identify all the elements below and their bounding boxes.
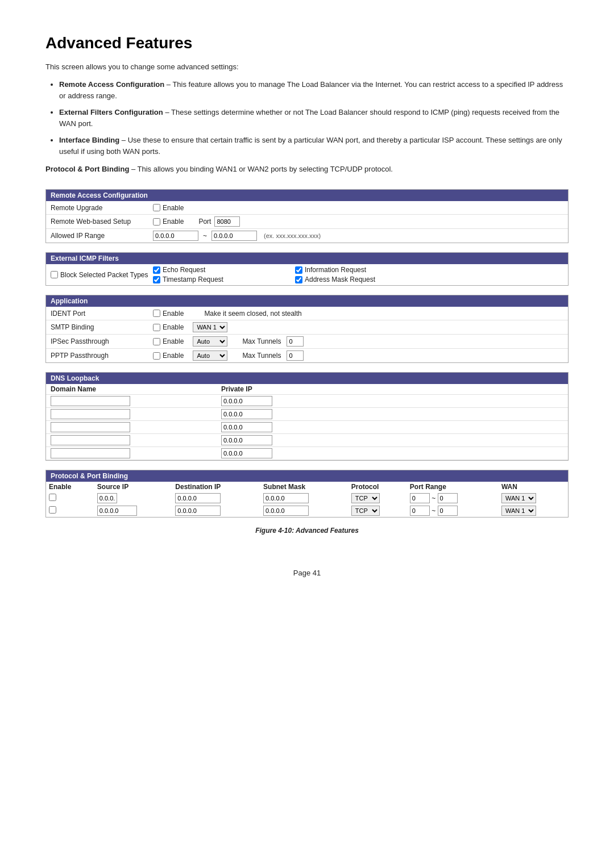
smtp-binding-select[interactable]: WAN 1 WAN 2 xyxy=(193,322,227,332)
col-dest-ip: Destination IP xyxy=(172,482,260,492)
dns-ip-1 xyxy=(221,396,563,406)
ipsec-max-tunnels-input[interactable] xyxy=(287,336,304,347)
binding-row-2-source-ip xyxy=(94,504,173,517)
pptp-enable-label: Enable xyxy=(163,352,184,360)
binding-row-1-protocol-select[interactable]: TCP UDP xyxy=(351,493,380,503)
dns-domain-4 xyxy=(51,435,221,445)
pptp-max-tunnels-label: Max Tunnels xyxy=(242,352,281,360)
dns-domain-input-3[interactable] xyxy=(51,422,130,432)
icmp-timestamp-checkbox[interactable] xyxy=(153,276,160,283)
feature-interface-binding-name: Interface Binding xyxy=(59,136,119,144)
page-title: Advanced Features xyxy=(45,34,569,52)
allowed-ip-label: Allowed IP Range xyxy=(51,232,153,240)
pptp-select[interactable]: Auto WAN 1 WAN 2 xyxy=(193,350,227,361)
port-input[interactable]: 8080 xyxy=(214,216,240,227)
ident-port-checkbox[interactable] xyxy=(153,310,160,317)
dns-domain-input-4[interactable] xyxy=(51,435,130,445)
icmp-panel: External ICMP Filters Block Selected Pac… xyxy=(45,252,569,286)
remote-web-setup-enable[interactable]: Enable xyxy=(153,218,184,226)
icmp-timestamp-request[interactable]: Timestamp Request xyxy=(153,276,278,283)
remote-web-setup-content: Enable Port 8080 xyxy=(153,216,563,227)
binding-row-2: TCP UDP ~ WAN 1 WAN 2 xyxy=(46,504,568,517)
icmp-info-checkbox[interactable] xyxy=(295,266,302,274)
binding-row-2-wan: WAN 1 WAN 2 xyxy=(499,504,568,517)
binding-row-1-source-ip-input[interactable] xyxy=(97,493,117,503)
binding-panel: Protocol & Port Binding Enable Source IP… xyxy=(45,470,569,518)
binding-row-2-wan-select[interactable]: WAN 1 WAN 2 xyxy=(501,506,536,516)
ipsec-enable[interactable]: Enable xyxy=(153,337,184,345)
binding-row-2-port-from[interactable] xyxy=(410,506,430,516)
binding-row-1-port-from[interactable] xyxy=(410,493,430,503)
dns-header: DNS Loopback xyxy=(46,373,568,384)
dns-ip-2 xyxy=(221,409,563,419)
remote-upgrade-checkbox[interactable] xyxy=(153,204,160,211)
binding-row-1-checkbox[interactable] xyxy=(49,494,56,501)
dns-row-5 xyxy=(46,447,568,460)
dns-ip-input-3[interactable] xyxy=(221,422,272,432)
binding-row-1-port-to[interactable] xyxy=(438,493,458,503)
pptp-checkbox[interactable] xyxy=(153,352,160,360)
smtp-binding-content: Enable WAN 1 WAN 2 xyxy=(153,322,563,332)
pptp-enable[interactable]: Enable xyxy=(153,352,184,360)
dns-row-1 xyxy=(46,395,568,408)
icmp-info-request[interactable]: Information Request xyxy=(295,266,420,274)
dns-domain-3 xyxy=(51,422,221,432)
remote-upgrade-enable[interactable]: Enable xyxy=(153,204,184,212)
remote-web-setup-checkbox[interactable] xyxy=(153,218,160,226)
binding-row-1-protocol: TCP UDP xyxy=(349,492,407,504)
allowed-ip-content: ~ (ex. xxx.xxx.xxx.xxx) xyxy=(153,231,563,241)
ipsec-checkbox[interactable] xyxy=(153,338,160,345)
icmp-options-row: Block Selected Packet Types Echo Request… xyxy=(46,264,568,285)
dns-domain-2 xyxy=(51,409,221,419)
ipsec-max-tunnels-label: Max Tunnels xyxy=(242,337,281,345)
icmp-address-mask-checkbox[interactable] xyxy=(295,276,302,283)
remote-upgrade-row: Remote Upgrade Enable xyxy=(46,201,568,215)
binding-row-2-port-range: ~ xyxy=(407,504,499,517)
binding-row-1-port-range: ~ xyxy=(407,492,499,504)
icmp-block-checkbox[interactable] xyxy=(51,271,58,278)
dns-ip-3 xyxy=(221,422,563,432)
dns-ip-4 xyxy=(221,435,563,445)
smtp-binding-checkbox[interactable] xyxy=(153,324,160,331)
tilde-1: ~ xyxy=(432,494,435,502)
icmp-echo-request[interactable]: Echo Request xyxy=(153,266,278,274)
dns-domain-input-2[interactable] xyxy=(51,409,130,419)
icmp-address-mask-request[interactable]: Address Mask Request xyxy=(295,276,420,283)
dns-col-domain: Domain Name xyxy=(51,385,221,393)
icmp-echo-checkbox[interactable] xyxy=(153,266,160,274)
dns-ip-input-5[interactable] xyxy=(221,448,272,458)
binding-row-2-subnet xyxy=(260,504,349,517)
binding-row-2-subnet-input[interactable] xyxy=(263,506,309,516)
ident-port-enable[interactable]: Enable xyxy=(153,310,184,318)
smtp-binding-row: SMTP Binding Enable WAN 1 WAN 2 xyxy=(46,320,568,335)
binding-row-2-checkbox[interactable] xyxy=(49,506,56,514)
dns-col-headers: Domain Name Private IP xyxy=(46,384,568,395)
dns-ip-input-1[interactable] xyxy=(221,396,272,406)
dns-ip-input-4[interactable] xyxy=(221,435,272,445)
binding-row-1-dest-ip-input[interactable] xyxy=(175,493,221,503)
binding-row-1-source-ip xyxy=(94,492,173,504)
pptp-max-tunnels-input[interactable] xyxy=(287,350,304,361)
icmp-options-grid: Echo Request Information Request Timesta… xyxy=(153,266,420,283)
application-panel: Application IDENT Port Enable Make it se… xyxy=(45,295,569,363)
icmp-timestamp-label: Timestamp Request xyxy=(163,276,223,283)
protocol-note: Protocol & Port Binding – This allows yo… xyxy=(45,165,569,173)
dns-ip-input-2[interactable] xyxy=(221,409,272,419)
binding-row-2-port-to[interactable] xyxy=(438,506,458,516)
feature-external-filters-name: External Filters Configuration xyxy=(59,108,163,116)
intro-text: This screen allows you to change some ad… xyxy=(45,62,569,71)
allowed-ip-to[interactable] xyxy=(211,231,257,241)
ident-port-content: Enable Make it seem closed, not stealth xyxy=(153,310,563,318)
binding-row-1-wan-select[interactable]: WAN 1 WAN 2 xyxy=(501,493,536,503)
dns-domain-input-1[interactable] xyxy=(51,396,130,406)
binding-row-2-dest-ip-input[interactable] xyxy=(175,506,221,516)
dns-domain-input-5[interactable] xyxy=(51,448,130,458)
binding-row-2-source-ip-input[interactable] xyxy=(97,506,137,516)
allowed-ip-from[interactable] xyxy=(153,231,198,241)
ipsec-select[interactable]: Auto WAN 1 WAN 2 xyxy=(193,336,227,347)
icmp-block-label: Block Selected Packet Types xyxy=(51,271,153,279)
binding-row-2-protocol-select[interactable]: TCP UDP xyxy=(351,506,380,516)
icmp-block-checkbox-label[interactable]: Block Selected Packet Types xyxy=(51,271,153,279)
binding-row-1-subnet-input[interactable] xyxy=(263,493,309,503)
smtp-binding-enable[interactable]: Enable xyxy=(153,323,184,331)
